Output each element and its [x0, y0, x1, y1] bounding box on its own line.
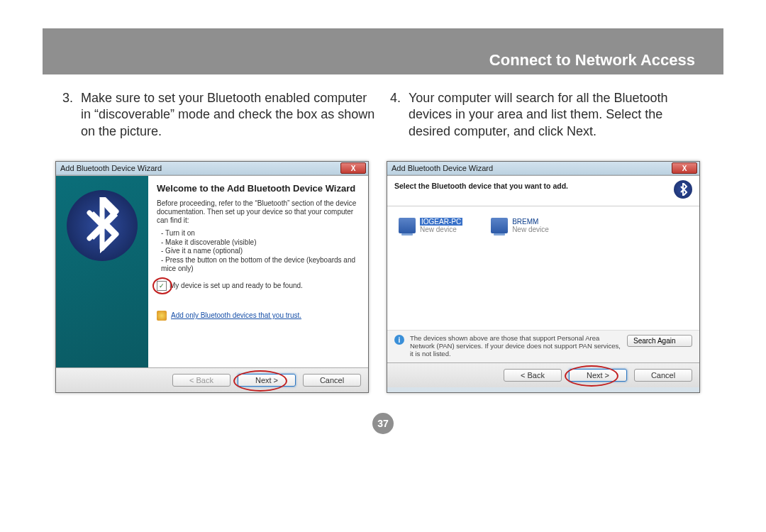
computer-icon: [491, 218, 508, 233]
ready-label: My device is set up and ready to be foun…: [170, 282, 303, 289]
dialog-1-heading: Welcome to the Add Bluetooth Device Wiza…: [157, 183, 360, 194]
bullet: Press the button on the bottom of the de…: [161, 256, 360, 274]
instruction-col-left: 3. Make sure to set your Bluetooth enabl…: [55, 90, 383, 140]
bluetooth-icon: [67, 190, 138, 261]
device-item[interactable]: IOGEAR-PC New device: [399, 218, 462, 233]
info-icon: i: [394, 335, 404, 345]
device-sub: New device: [512, 226, 549, 233]
step-4: 4. Your computer will search for all the…: [390, 90, 704, 140]
cancel-button[interactable]: Cancel: [634, 369, 692, 382]
cancel-button[interactable]: Cancel: [303, 374, 361, 387]
ready-row: ✓ My device is set up and ready to be fo…: [157, 281, 360, 291]
device-sub: New device: [420, 226, 462, 233]
back-button[interactable]: < Back: [172, 374, 231, 387]
step-4-number: 4.: [390, 90, 409, 140]
back-button[interactable]: < Back: [504, 369, 562, 382]
device-name: IOGEAR-PC: [420, 218, 462, 226]
page-number: 37: [372, 413, 394, 434]
trust-row: Add only Bluetooth devices that you trus…: [157, 311, 360, 321]
dialog-2-heading: Select the Bluetooth device that you wan…: [394, 180, 568, 190]
bullet: Make it discoverable (visible): [161, 238, 360, 248]
shield-icon: [157, 311, 167, 321]
next-highlight: Next >: [238, 374, 296, 387]
header-bar: Connect to Network Access: [43, 46, 723, 74]
dialog-1-content: Welcome to the Add Bluetooth Device Wiza…: [148, 176, 368, 367]
close-icon[interactable]: X: [672, 162, 697, 174]
dialog-1-bullets: Turn it on Make it discoverable (visible…: [157, 229, 360, 274]
dialog-1-sidebar: [56, 176, 148, 367]
red-circle-annotation: [565, 365, 618, 387]
dialog-1-titlebar: Add Bluetooth Device Wizard X: [56, 162, 368, 175]
checkbox-highlight: ✓: [157, 281, 167, 291]
bullet: Give it a name (optional): [161, 247, 360, 256]
bluetooth-icon: [674, 180, 692, 199]
header-spacer: [43, 28, 723, 46]
dialog-1-body: Welcome to the Add Bluetooth Device Wiza…: [56, 175, 368, 368]
search-again-button[interactable]: Search Again: [627, 335, 692, 347]
instruction-col-right: 4. Your computer will search for all the…: [383, 90, 711, 140]
next-highlight: Next >: [569, 369, 627, 382]
dialog-2: Add Bluetooth Device Wizard X Select the…: [387, 161, 700, 393]
step-3-text: Make sure to set your Bluetooth enabled …: [81, 90, 376, 140]
manual-page: Connect to Network Access 3. Make sure t…: [43, 28, 723, 434]
dialog-1-intro: Before proceeding, refer to the “Bluetoo…: [157, 199, 360, 225]
step-3: 3. Make sure to set your Bluetooth enabl…: [62, 90, 376, 140]
page-title: Connect to Network Access: [489, 51, 695, 70]
dialog-2-buttons: < Back Next > Cancel: [387, 363, 699, 387]
instruction-columns: 3. Make sure to set your Bluetooth enabl…: [43, 74, 723, 140]
device-item[interactable]: BREMM New device: [491, 218, 549, 233]
step-4-text: Your computer will search for all the Bl…: [409, 90, 704, 140]
device-list: IOGEAR-PC New device BREMM New device: [387, 206, 699, 330]
device-text: IOGEAR-PC New device: [420, 218, 462, 233]
close-icon[interactable]: X: [340, 162, 366, 174]
screenshots-row: Add Bluetooth Device Wizard X Welcome to…: [43, 140, 723, 393]
red-circle-annotation: [152, 277, 172, 294]
trust-link[interactable]: Add only Bluetooth devices that you trus…: [171, 311, 301, 319]
dialog-2-header: Select the Bluetooth device that you wan…: [387, 175, 699, 206]
bullet: Turn it on: [161, 229, 360, 238]
info-text: The devices shown above are those that s…: [410, 335, 621, 358]
dialog-2-title: Add Bluetooth Device Wizard: [392, 164, 493, 172]
computer-icon: [399, 218, 416, 233]
red-circle-annotation: [233, 370, 287, 392]
device-text: BREMM New device: [512, 218, 549, 233]
dialog-1-buttons: < Back Next > Cancel: [56, 368, 368, 392]
dialog-1: Add Bluetooth Device Wizard X Welcome to…: [55, 161, 369, 393]
dialog-1-title: Add Bluetooth Device Wizard: [60, 164, 162, 172]
info-row: i The devices shown above are those that…: [387, 330, 699, 363]
device-name: BREMM: [512, 218, 549, 226]
step-3-number: 3.: [62, 90, 81, 140]
dialog-2-titlebar: Add Bluetooth Device Wizard X: [387, 162, 699, 175]
